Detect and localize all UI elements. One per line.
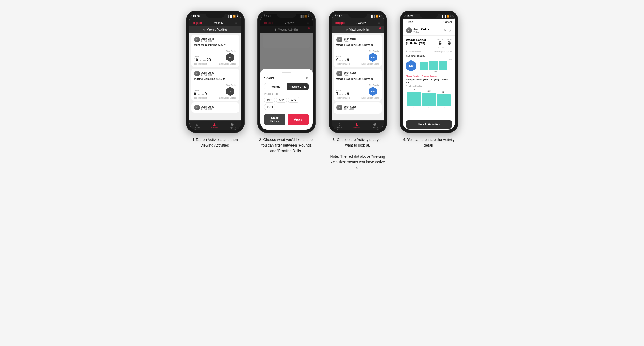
edit-icon-4[interactable]: ✎ bbox=[443, 28, 447, 32]
info-left-3-2: Test Information bbox=[336, 97, 350, 99]
detail-header-4: < Back Cancel bbox=[403, 19, 455, 25]
rounds-btn-2[interactable]: Rounds bbox=[264, 83, 287, 90]
user-info-1-3: Josh Coles 28 Feb 2023 bbox=[201, 105, 214, 110]
status-time-4: 13:21 bbox=[407, 15, 414, 18]
filter-icon-1: ⚙ bbox=[203, 28, 205, 31]
nav-capture-1[interactable]: ⊕ Capture bbox=[229, 122, 236, 129]
user-info-1-1: Josh Coles 28 Feb 2023 bbox=[201, 37, 214, 42]
red-dot-3 bbox=[379, 27, 381, 29]
card-1-3[interactable]: JC Josh Coles 28 Feb 2023 ··· bbox=[191, 102, 239, 113]
viewing-label-1: ⚙ Viewing Activities bbox=[203, 28, 227, 31]
detail-content-4: Wedge Ladder (100–140 yds) Score 9 OUT O… bbox=[403, 36, 455, 119]
detail-drill-name-4: Wedge Ladder (100–140 yds) bbox=[406, 38, 433, 45]
bar-chart-4: 132 129 124 bbox=[406, 88, 452, 106]
card-1-1[interactable]: JC Josh Coles 28 Feb 2023 ··· Must Make … bbox=[191, 35, 239, 67]
viewing-label-3: ⚙ Viewing Activities bbox=[346, 28, 370, 31]
card-1-2[interactable]: JC Josh Coles 28 Feb 2023 ··· Putting Co… bbox=[191, 69, 239, 101]
detail-title-row-4: Wedge Ladder (100–140 yds) Score 9 OUT O… bbox=[406, 38, 452, 48]
user-info-3-1: Josh Coles Today bbox=[344, 37, 357, 42]
bar-x-labels-4: 1 2 3 bbox=[406, 107, 452, 109]
card-dots-3-2[interactable]: ··· bbox=[375, 71, 379, 76]
nav-capture-3[interactable]: ⊕ Capture bbox=[372, 122, 378, 129]
card-dots-1-1[interactable]: ··· bbox=[233, 37, 237, 42]
notch-4 bbox=[420, 14, 438, 18]
status-time-1: 13:20 bbox=[193, 15, 200, 18]
avg-sub-label-4: Avg Shot Quality bbox=[406, 85, 452, 87]
filter-actions-2: Clear Filters Apply bbox=[264, 114, 309, 125]
phone-shell-4: 13:21 ▐▐▐ 🛜 ▮ < Back Cancel J bbox=[400, 11, 458, 133]
back-btn-4[interactable]: < Back bbox=[406, 20, 414, 23]
viewing-activities-bar-1[interactable]: ⚙ Viewing Activities bbox=[189, 26, 241, 33]
chart-y-axis-4: 100 50 0 bbox=[449, 58, 452, 70]
card-dots-1-3[interactable]: ··· bbox=[233, 105, 237, 110]
card-footer-1-2: Test Information Data: Clippd Capture bbox=[194, 97, 237, 99]
practice-btn-2[interactable]: Practice Drills bbox=[287, 83, 309, 90]
info-right-1-1: Data: Clippd Capture bbox=[219, 63, 236, 65]
detail-scores-4: Score 9 OUT OF Shots 9 bbox=[437, 38, 452, 48]
card-3-3[interactable]: JC Josh Coles 28 Feb 2023 ··· bbox=[334, 102, 382, 114]
detail-user-date-4: Today bbox=[414, 31, 429, 33]
phone-col-3: 13:20 ▐▐▐ 🛜 ▮ clippd Activity ≡ ⚙ bbox=[326, 11, 390, 170]
avg-mini-chart-4: 100 50 0 APP bbox=[420, 58, 452, 73]
avatar-3-1: JC bbox=[336, 37, 342, 42]
card-header-1-2: JC Josh Coles 28 Feb 2023 ··· bbox=[194, 71, 237, 76]
card-stats-1-1: Score 10 OUT OF 20 Shot Quality bbox=[194, 48, 237, 62]
info-right-1-2: Data: Clippd Capture bbox=[219, 97, 236, 99]
card-title-3-2: Wedge Ladder (100–140 yds) bbox=[336, 78, 379, 80]
sq-group-1-1: Shot Quality 75 bbox=[226, 48, 236, 62]
chip-putt-2[interactable]: PUTT bbox=[264, 104, 276, 110]
viewing-activities-bar-3[interactable]: ⚙ Viewing Activities bbox=[332, 26, 384, 33]
cancel-btn-4[interactable]: Cancel bbox=[443, 20, 452, 23]
card-dots-3-3[interactable]: ··· bbox=[375, 105, 379, 110]
card-footer-1-1: Test Information Data: Clippd Capture bbox=[194, 63, 237, 65]
apply-btn-2[interactable]: Apply bbox=[288, 114, 309, 125]
nav-activities-1[interactable]: ♟ Activities bbox=[211, 122, 218, 129]
caption-1: 1.Tap on Activities and then 'Viewing Ac… bbox=[186, 137, 245, 148]
chart-bar-4-1 bbox=[420, 62, 428, 70]
chip-arg-2[interactable]: ARG bbox=[288, 97, 299, 103]
card-3-1[interactable]: JC Josh Coles Today ··· Wedge Ladder (10… bbox=[334, 35, 382, 67]
card-title-1-2: Putting Combine (3-15 ft) bbox=[194, 78, 237, 80]
dashed-avg-line-4 bbox=[406, 93, 452, 93]
filter-title-2: Show bbox=[264, 76, 274, 80]
filter-icon-3: ⚙ bbox=[346, 28, 348, 31]
phone-screen-4: 13:21 ▐▐▐ 🛜 ▮ < Back Cancel J bbox=[403, 14, 455, 130]
expand-icon-4[interactable]: ⤢ bbox=[449, 28, 452, 32]
nav-activities-3[interactable]: ♟ Activities bbox=[353, 122, 361, 129]
phone-shell-1: 13:20 ▐▐▐ 🛜 ▮ clippd Activity ≡ ⚙ bbox=[186, 11, 245, 133]
info-left-1-2: Test Information bbox=[194, 97, 207, 99]
sq-badge-1-1: 75 bbox=[226, 53, 234, 62]
avg-row-4: 130 100 50 0 bbox=[406, 58, 452, 73]
clear-filters-btn-2[interactable]: Clear Filters bbox=[264, 114, 285, 125]
notch-1 bbox=[206, 14, 225, 18]
back-to-activities-btn-4[interactable]: Back to Activities bbox=[406, 120, 452, 129]
avatar-1-2: JC bbox=[194, 71, 200, 76]
user-info-3-3: Josh Coles 28 Feb 2023 bbox=[344, 105, 357, 110]
chart-x-label-4: APP bbox=[420, 71, 452, 72]
menu-icon-3[interactable]: ≡ bbox=[378, 20, 380, 25]
info-left-1-1: Test Information bbox=[194, 63, 207, 65]
card-header-3-1: JC Josh Coles Today ··· bbox=[336, 37, 379, 42]
session-label-4: Player Activity ▸ Practice Session bbox=[406, 75, 452, 77]
battery-icon-3: ▮ bbox=[379, 15, 380, 18]
menu-icon-1[interactable]: ≡ bbox=[235, 20, 237, 25]
phone-screen-2: 13:21 ▐▐▐ 🛜 ▮ clippd Activity ≡ ⚙ bbox=[260, 14, 313, 130]
card-dots-1-2[interactable]: ··· bbox=[233, 71, 237, 76]
nav-home-3[interactable]: ⌂ Home bbox=[337, 122, 342, 129]
chip-app-2[interactable]: APP bbox=[276, 97, 287, 103]
nav-bar-1: clippd Activity ≡ bbox=[189, 19, 241, 26]
chip-ott-2[interactable]: OTT bbox=[264, 97, 275, 103]
status-icons-3: ▐▐▐ 🛜 ▮ bbox=[370, 15, 380, 18]
detail-action-icons-4: ✎ ⤢ bbox=[443, 28, 452, 32]
card-3-2[interactable]: JC Josh Coles Today ··· Wedge Ladder (10… bbox=[334, 69, 382, 101]
sq-group-1-2: Shot Quality 45 bbox=[226, 82, 236, 96]
filter-close-btn-2[interactable]: ✕ bbox=[305, 75, 309, 80]
detail-user-row-4: JC Josh Coles Today ✎ ⤢ bbox=[403, 25, 455, 36]
card-dots-3-1[interactable]: ··· bbox=[375, 37, 379, 42]
nav-home-1[interactable]: ⌂ Home bbox=[195, 122, 200, 129]
avg-section-4: Avg Shot Quality 130 100 50 0 bbox=[406, 55, 452, 73]
info-right-3-1: Data: Clippd Capture bbox=[361, 63, 379, 65]
status-time-3: 13:20 bbox=[335, 15, 342, 18]
card-title-3-1: Wedge Ladder (100–140 yds) bbox=[336, 44, 379, 46]
card-stats-3-2: Score 7 OUT OF 9 Shot Quality 1 bbox=[336, 82, 379, 96]
